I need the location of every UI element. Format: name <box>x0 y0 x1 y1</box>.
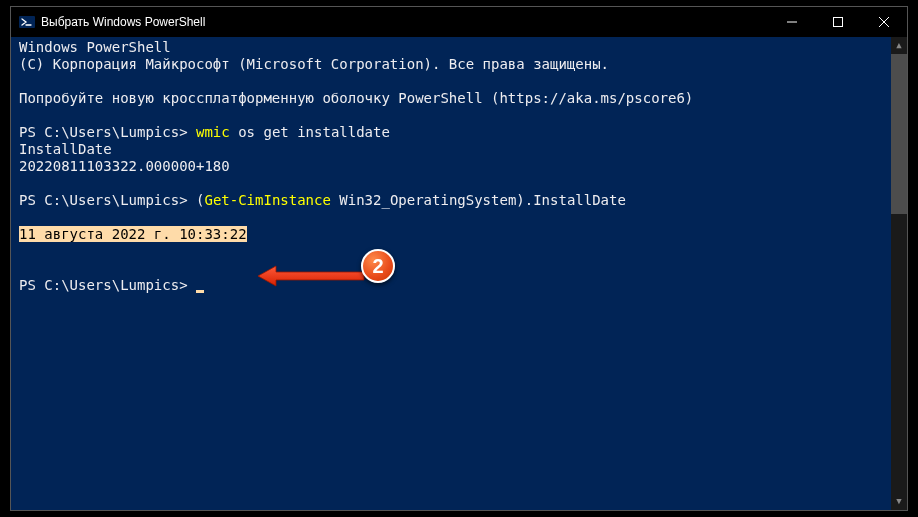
prompt: PS C:\Users\Lumpics> <box>19 277 196 293</box>
blank-line <box>19 73 899 90</box>
powershell-icon <box>19 14 35 30</box>
command-line: PS C:\Users\Lumpics> (Get-CimInstance Wi… <box>19 192 899 209</box>
cmd-token: wmic <box>196 124 230 140</box>
scroll-track[interactable] <box>891 54 907 493</box>
output-line: Попробуйте новую кроссплатформенную обол… <box>19 90 899 107</box>
minimize-button[interactable] <box>769 7 815 37</box>
window-controls <box>769 7 907 37</box>
blank-line <box>19 243 899 260</box>
blank-line <box>19 209 899 226</box>
titlebar[interactable]: Выбрать Windows PowerShell <box>11 7 907 37</box>
highlighted-date: 11 августа 2022 г. 10:33:22 <box>19 226 247 242</box>
cmd-token: Get-CimInstance <box>204 192 330 208</box>
output-line: Windows PowerShell <box>19 39 899 56</box>
scrollbar[interactable]: ▲ ▼ <box>891 37 907 510</box>
svg-rect-2 <box>834 18 843 27</box>
command-line: PS C:\Users\Lumpics> wmic os get install… <box>19 124 899 141</box>
scroll-up-icon[interactable]: ▲ <box>891 37 907 54</box>
output-line: 11 августа 2022 г. 10:33:22 <box>19 226 899 243</box>
output-line: 20220811103322.000000+180 <box>19 158 899 175</box>
cmd-token: os get installdate <box>230 124 390 140</box>
titlebar-left: Выбрать Windows PowerShell <box>19 14 205 30</box>
powershell-window: Выбрать Windows PowerShell Windows Power… <box>10 6 908 511</box>
maximize-button[interactable] <box>815 7 861 37</box>
blank-line <box>19 260 899 277</box>
command-line: PS C:\Users\Lumpics> <box>19 277 899 294</box>
output-line: InstallDate <box>19 141 899 158</box>
scroll-thumb[interactable] <box>891 54 907 214</box>
close-button[interactable] <box>861 7 907 37</box>
cursor <box>196 290 204 293</box>
scroll-down-icon[interactable]: ▼ <box>891 493 907 510</box>
output-line: (C) Корпорация Майкрософт (Microsoft Cor… <box>19 56 899 73</box>
blank-line <box>19 107 899 124</box>
cmd-token: Win32_OperatingSystem <box>331 192 516 208</box>
window-title: Выбрать Windows PowerShell <box>41 15 205 29</box>
terminal-output[interactable]: Windows PowerShell (C) Корпорация Майкро… <box>11 37 907 510</box>
cmd-token: ) <box>516 192 524 208</box>
prompt: PS C:\Users\Lumpics> <box>19 192 196 208</box>
cmd-token: .InstallDate <box>525 192 626 208</box>
prompt: PS C:\Users\Lumpics> <box>19 124 196 140</box>
blank-line <box>19 175 899 192</box>
